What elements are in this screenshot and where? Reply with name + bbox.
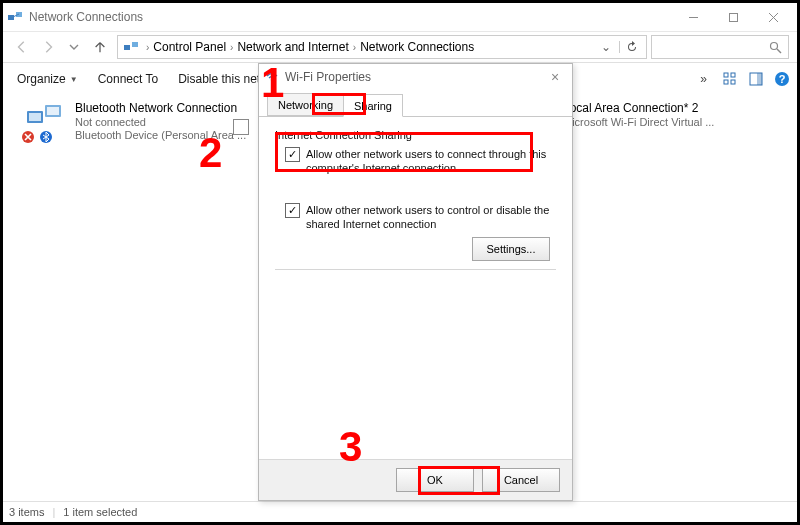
forward-button[interactable]: [35, 34, 61, 60]
wifi-properties-dialog: Wi-Fi Properties × Networking Sharing In…: [258, 63, 573, 501]
option-allow-control-label: Allow other network users to control or …: [306, 203, 556, 231]
connection-item-lan[interactable]: Local Area Connection* 2 Microsoft Wi-Fi…: [563, 101, 714, 128]
status-bar: 3 items | 1 item selected: [3, 501, 797, 522]
chevron-down-icon: ▼: [70, 75, 78, 84]
svg-text:?: ?: [779, 73, 786, 85]
svg-point-24: [271, 79, 273, 81]
crumb-network-connections[interactable]: Network Connections: [360, 40, 474, 54]
breadcrumb-dropdown[interactable]: ⌄: [593, 40, 619, 54]
svg-rect-12: [724, 80, 728, 84]
svg-rect-11: [731, 73, 735, 77]
divider: [275, 269, 556, 270]
connection-device: Bluetooth Device (Personal Area ...: [75, 129, 246, 141]
toolbar-overflow[interactable]: »: [692, 72, 715, 86]
ok-button[interactable]: OK: [396, 468, 474, 492]
connection-device: Microsoft Wi-Fi Direct Virtual ...: [563, 116, 714, 128]
connect-to-button[interactable]: Connect To: [88, 63, 169, 95]
svg-rect-6: [124, 45, 130, 50]
help-button[interactable]: ?: [771, 68, 793, 90]
wifi-icon: [265, 70, 279, 84]
crumb-control-panel[interactable]: Control Panel: [153, 40, 226, 54]
chevron-right-icon: ›: [146, 42, 149, 53]
dialog-tabs: Networking Sharing: [259, 92, 572, 117]
connection-name: Local Area Connection* 2: [563, 101, 714, 115]
group-ics-title: Internet Connection Sharing: [275, 129, 556, 141]
option-allow-connect[interactable]: Allow other network users to connect thr…: [285, 147, 556, 175]
app-icon: [7, 9, 23, 25]
up-button[interactable]: [87, 34, 113, 60]
status-item-count: 3 items: [9, 506, 44, 518]
svg-rect-13: [731, 80, 735, 84]
svg-rect-19: [29, 113, 41, 121]
tab-networking[interactable]: Networking: [267, 93, 344, 116]
organize-menu[interactable]: Organize▼: [7, 63, 88, 95]
svg-rect-3: [729, 13, 737, 21]
search-icon: [769, 41, 782, 54]
dialog-title: Wi-Fi Properties: [285, 70, 544, 84]
maximize-button[interactable]: [713, 4, 753, 30]
svg-rect-15: [757, 73, 762, 85]
option-allow-control[interactable]: Allow other network users to control or …: [285, 203, 556, 231]
search-input[interactable]: [651, 35, 789, 59]
preview-pane-button[interactable]: [745, 68, 767, 90]
breadcrumb[interactable]: › Control Panel › Network and Internet ›…: [117, 35, 647, 59]
control-panel-icon: [123, 39, 139, 55]
view-icons-button[interactable]: [719, 68, 741, 90]
window-title: Network Connections: [29, 10, 673, 24]
connection-item-bluetooth[interactable]: Bluetooth Network Connection Not connect…: [25, 101, 246, 141]
crumb-network-internet[interactable]: Network and Internet: [237, 40, 348, 54]
bluetooth-icon: [39, 130, 53, 144]
disconnected-x-icon: [21, 130, 35, 144]
connection-status: Not connected: [75, 116, 246, 128]
chevron-right-icon: ›: [353, 42, 356, 53]
checkbox-allow-control[interactable]: [285, 203, 300, 218]
svg-rect-21: [47, 107, 59, 115]
dialog-close-button[interactable]: ×: [544, 69, 566, 85]
svg-line-9: [777, 49, 781, 53]
status-selection-count: 1 item selected: [63, 506, 137, 518]
svg-rect-7: [132, 42, 138, 47]
settings-button[interactable]: Settings...: [472, 237, 550, 261]
back-button[interactable]: [9, 34, 35, 60]
close-button[interactable]: [753, 4, 793, 30]
svg-point-8: [771, 42, 778, 49]
refresh-button[interactable]: [619, 41, 644, 53]
cancel-button[interactable]: Cancel: [482, 468, 560, 492]
svg-rect-10: [724, 73, 728, 77]
option-allow-connect-label: Allow other network users to connect thr…: [306, 147, 556, 175]
minimize-button[interactable]: [673, 4, 713, 30]
checkbox-allow-connect[interactable]: [285, 147, 300, 162]
tab-sharing[interactable]: Sharing: [343, 94, 403, 117]
connection-name: Bluetooth Network Connection: [75, 101, 246, 115]
history-dropdown[interactable]: [61, 34, 87, 60]
chevron-right-icon: ›: [230, 42, 233, 53]
item-selected-checkbox[interactable]: [233, 119, 249, 135]
network-adapter-icon: [25, 101, 63, 131]
